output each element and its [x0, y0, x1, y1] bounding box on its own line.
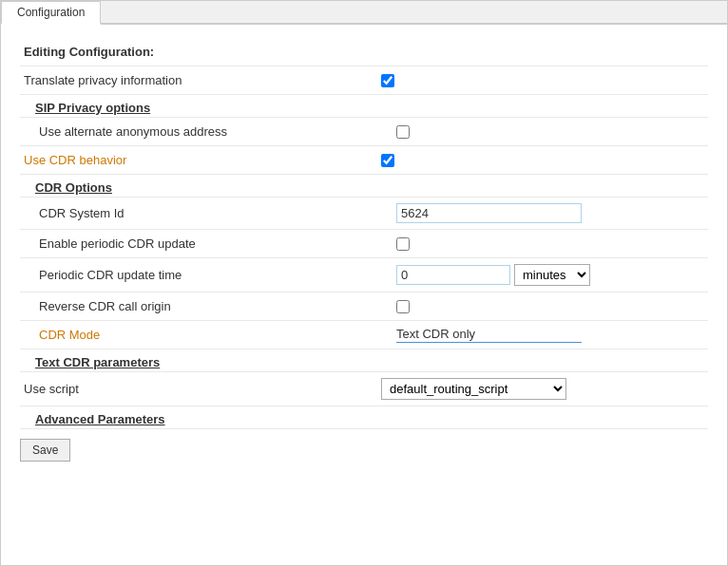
row-enable-periodic-cdr: Enable periodic CDR update — [20, 230, 708, 258]
select-time-unit[interactable]: minutes seconds hours — [514, 264, 590, 286]
row-reverse-cdr-call-origin: Reverse CDR call origin — [20, 292, 708, 321]
control-use-alternate-anonymous — [396, 125, 708, 139]
save-button-row: Save — [20, 429, 708, 471]
advanced-parameters-title[interactable]: Advanced Parameters — [20, 412, 165, 426]
checkbox-translate-privacy[interactable] — [381, 74, 394, 87]
input-periodic-cdr-time[interactable] — [396, 265, 510, 285]
control-enable-periodic-cdr — [396, 237, 708, 251]
row-cdr-system-id: CDR System Id — [20, 198, 708, 230]
row-use-script: Use script default_routing_script custom… — [20, 372, 708, 406]
control-use-script: default_routing_script custom_script — [381, 378, 708, 400]
label-cdr-system-id: CDR System Id — [35, 206, 396, 220]
control-cdr-system-id — [396, 203, 708, 223]
control-translate-privacy — [381, 74, 708, 87]
save-button[interactable]: Save — [20, 439, 70, 462]
label-use-script: Use script — [20, 382, 381, 396]
form-content: Editing Configuration: Translate privacy… — [1, 25, 727, 484]
input-cdr-system-id[interactable] — [396, 203, 582, 223]
label-use-cdr-behavior: Use CDR behavior — [20, 153, 381, 167]
cdr-options-header-row: CDR Options — [20, 175, 708, 198]
row-translate-privacy: Translate privacy information — [20, 66, 708, 95]
checkbox-use-cdr-behavior[interactable] — [381, 154, 394, 167]
label-cdr-mode: CDR Mode — [35, 328, 396, 342]
control-reverse-cdr-call-origin — [396, 300, 708, 313]
cdr-options-title[interactable]: CDR Options — [20, 180, 112, 195]
section-title: Editing Configuration: — [20, 45, 381, 59]
checkbox-enable-periodic-cdr[interactable] — [396, 237, 410, 251]
section-title-row: Editing Configuration: — [20, 38, 708, 66]
label-translate-privacy: Translate privacy information — [20, 73, 381, 87]
label-periodic-cdr-time: Periodic CDR update time — [35, 268, 396, 282]
text-cdr-parameters-header-row: Text CDR parameters — [20, 349, 708, 372]
checkbox-reverse-cdr-call-origin[interactable] — [396, 300, 410, 313]
label-reverse-cdr-call-origin: Reverse CDR call origin — [35, 299, 396, 313]
text-cdr-parameters-title[interactable]: Text CDR parameters — [20, 355, 160, 369]
tab-configuration[interactable]: Configuration — [1, 1, 101, 25]
main-window: Configuration Editing Configuration: Tra… — [0, 0, 728, 566]
row-periodic-cdr-time: Periodic CDR update time minutes seconds… — [20, 258, 708, 292]
checkbox-use-alternate-anonymous[interactable] — [396, 125, 410, 139]
select-use-script[interactable]: default_routing_script custom_script — [381, 378, 566, 400]
sip-privacy-title[interactable]: SIP Privacy options — [20, 101, 150, 115]
sip-privacy-header-row: SIP Privacy options — [20, 95, 708, 118]
tab-bar: Configuration — [1, 1, 727, 25]
advanced-parameters-header-row: Advanced Parameters — [20, 406, 708, 429]
value-cdr-mode: Text CDR only — [396, 327, 582, 343]
row-use-alternate-anonymous: Use alternate anonymous address — [20, 118, 708, 146]
row-cdr-mode: CDR Mode Text CDR only — [20, 321, 708, 349]
row-use-cdr-behavior: Use CDR behavior — [20, 146, 708, 175]
control-cdr-mode: Text CDR only — [396, 327, 708, 343]
control-use-cdr-behavior — [381, 154, 708, 167]
label-use-alternate-anonymous: Use alternate anonymous address — [35, 124, 396, 139]
control-periodic-cdr-time: minutes seconds hours — [396, 264, 708, 286]
label-enable-periodic-cdr: Enable periodic CDR update — [35, 236, 396, 251]
